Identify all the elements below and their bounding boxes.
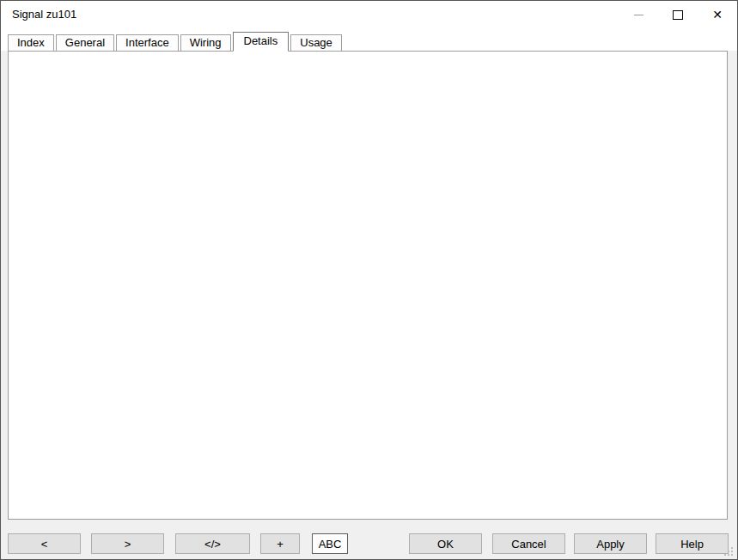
window-controls: ✕ — [619, 1, 737, 28]
next-button[interactable]: > — [91, 533, 164, 554]
tab-usage[interactable]: Usage — [290, 34, 342, 52]
tab-details[interactable]: Details — [233, 32, 290, 52]
close-button[interactable]: ✕ — [698, 1, 737, 28]
abc-button[interactable]: ABC — [312, 533, 348, 554]
plus-button[interactable]: + — [260, 533, 300, 554]
code-button[interactable]: </> — [175, 533, 250, 554]
maximize-button[interactable] — [658, 1, 698, 28]
cancel-button[interactable]: Cancel — [492, 533, 565, 554]
tab-general[interactable]: General — [56, 34, 114, 52]
close-icon: ✕ — [712, 9, 723, 21]
maximize-icon — [673, 10, 683, 20]
tab-index[interactable]: Index — [8, 34, 54, 52]
title-bar[interactable]: Signal zu101 ✕ — [1, 1, 737, 28]
resize-grip-icon[interactable] — [724, 547, 726, 549]
minimize-button[interactable] — [619, 1, 658, 28]
help-button[interactable]: Help — [656, 533, 729, 554]
tab-interface[interactable]: Interface — [116, 34, 179, 52]
apply-button[interactable]: Apply — [574, 533, 647, 554]
details-tab-page — [8, 51, 728, 520]
tab-bar: IndexGeneralInterfaceWiringDetailsUsage — [8, 32, 344, 52]
dialog-window: Signal zu101 ✕ IndexGeneralInterfaceWiri… — [0, 0, 738, 560]
tab-wiring[interactable]: Wiring — [180, 34, 231, 52]
window-title: Signal zu101 — [12, 8, 76, 21]
minimize-icon — [634, 15, 643, 15]
ok-button[interactable]: OK — [409, 533, 482, 554]
prev-button[interactable]: < — [8, 533, 81, 554]
